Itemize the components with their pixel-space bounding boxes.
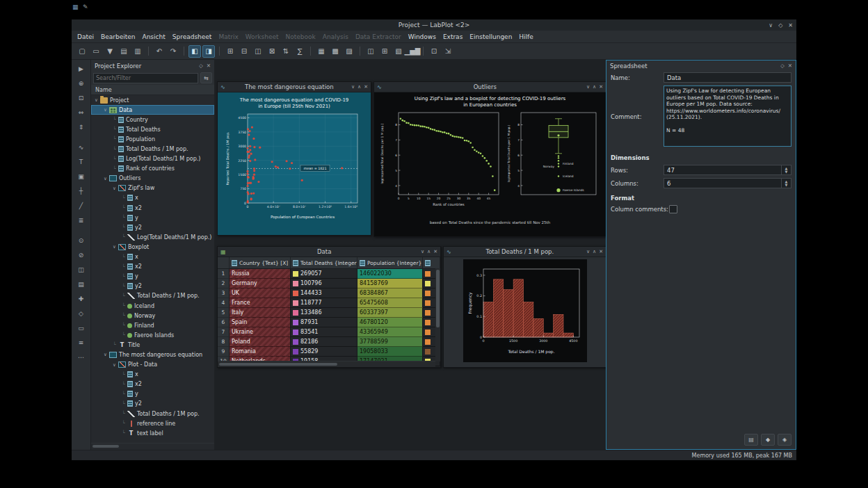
table-row-russia[interactable]: 1Russia269057146022030	[218, 269, 440, 279]
add-boxplot-icon[interactable]: ◫	[76, 264, 87, 275]
tree-item-outliers[interactable]: ∨Outliers	[91, 174, 214, 184]
cell-country[interactable]: Russia	[230, 269, 291, 279]
add-point-icon[interactable]: ✚	[76, 293, 87, 304]
crosshair-icon[interactable]: ⊕	[76, 78, 87, 89]
toggle-project-explorer-icon[interactable]: ◧	[188, 45, 201, 58]
cell-population[interactable]: 60337397	[357, 308, 423, 318]
insert-row-icon[interactable]: ⊞	[224, 45, 236, 58]
close-window-icon[interactable]: ✕	[364, 84, 368, 90]
tree-item-project[interactable]: ∨Project	[91, 95, 214, 105]
tree-item-boxplot[interactable]: ∨Boxplot	[91, 242, 214, 252]
spreadsheet-view-icon[interactable]: ▦	[315, 45, 328, 58]
column-header-population-integer-y[interactable]: Population {Integer} [Y]	[357, 257, 423, 268]
data-spreadsheet-window[interactable]: ▦ Data ∨ ∧ ✕ Country {Text} [X]Total Dea…	[217, 246, 441, 368]
shade-window-icon[interactable]: ∨	[586, 249, 590, 254]
tree-item-data[interactable]: ∨Data	[91, 105, 214, 115]
table-row-germany[interactable]: 2Germany10079684158769	[218, 279, 440, 288]
tree-item-faeroe-islands[interactable]: └Faeroe Islands	[91, 330, 214, 340]
outliers-window[interactable]: ∿ Outliers ∨ ∧ ✕ Using Zipf's law and a …	[373, 81, 606, 237]
cell-total-deaths[interactable]: 118777	[291, 298, 357, 308]
insert-column-icon[interactable]: ◫	[252, 45, 264, 58]
menu-item-bearbeiten[interactable]: Bearbeiten	[97, 33, 138, 40]
histogram-window[interactable]: ∿ Total Deaths / 1 M pop. ∨ ∧ ✕ 01500300…	[443, 246, 606, 368]
tree-item-iceland[interactable]: └Iceland	[91, 301, 214, 311]
float-panel-icon[interactable]: ◇	[780, 63, 785, 69]
tree-item-finland[interactable]: └Finland	[91, 320, 214, 330]
cell-country[interactable]: Spain	[230, 318, 291, 327]
add-axis-icon[interactable]: ┼	[76, 186, 87, 197]
tree-item-x[interactable]: └x	[91, 252, 214, 262]
tree-item-x2[interactable]: └x2	[91, 380, 214, 389]
data-titlebar[interactable]: ▦ Data ∨ ∧ ✕	[218, 247, 440, 257]
tree-item-total-deaths-1m-pop[interactable]: └Total Deaths / 1M pop.	[91, 291, 214, 301]
cell-population[interactable]: 65475608	[357, 298, 423, 308]
navigate-icon[interactable]: ▶	[76, 63, 87, 74]
split-view-icon[interactable]: ◫	[364, 45, 377, 58]
close-window-icon[interactable]: ✕	[599, 249, 603, 254]
cell-total-deaths[interactable]: 82186	[291, 337, 357, 347]
save-template-button[interactable]: ◆	[761, 434, 775, 446]
cell-country[interactable]: UK	[230, 288, 291, 298]
tree-item-log-total-deaths-1-m-pop[interactable]: └Log(Total Deaths/1 M pop.)	[91, 154, 214, 164]
cell-population[interactable]: 146022030	[357, 269, 423, 279]
close-panel-icon[interactable]: ✕	[788, 63, 792, 69]
matrix-view-icon[interactable]: ▩	[329, 45, 341, 58]
table-row-romania[interactable]: 9Romania5582919058033	[218, 347, 440, 357]
zoom-fit-icon[interactable]: ⊡	[428, 45, 440, 58]
add-rectangle-icon[interactable]: ▭	[76, 323, 87, 334]
save-file-icon[interactable]: ▼	[104, 45, 116, 58]
statistics-icon[interactable]: ∑	[294, 45, 306, 58]
tree-item-total-deaths[interactable]: └Total Deaths	[91, 124, 214, 134]
table-row-italy[interactable]: 5Italy13348660337397	[218, 308, 440, 318]
shade-window-icon[interactable]: ∨	[351, 84, 355, 90]
column-header-partial[interactable]	[423, 257, 440, 268]
tree-item-reference-line[interactable]: └reference line	[91, 418, 214, 428]
cell-total-deaths[interactable]: 55829	[291, 347, 357, 357]
float-panel-icon[interactable]: ◇	[199, 63, 203, 69]
menu-item-extras[interactable]: Extras	[440, 33, 466, 40]
close-window-icon[interactable]: ✕	[433, 249, 437, 254]
cell-population[interactable]: 68384867	[357, 288, 423, 298]
cell-population[interactable]: 84158769	[357, 279, 423, 288]
table-row-spain[interactable]: 6Spain8793146780120	[218, 318, 440, 327]
cell-total-deaths[interactable]: 133486	[291, 308, 357, 318]
add-histogram-icon[interactable]: ▤	[76, 279, 87, 290]
titlebar[interactable]: Project — LabPlot <2> ∨ ◇ ✕	[72, 19, 796, 31]
expander-icon[interactable]: ∨	[102, 352, 108, 357]
expander-icon[interactable]: ∨	[111, 244, 118, 250]
minimize-icon[interactable]: ∨	[769, 22, 773, 29]
workbook-view-icon[interactable]: ▨	[343, 45, 355, 58]
sort-icon[interactable]: ⇅	[280, 45, 292, 58]
column-header-country-text-x[interactable]: Country {Text} [X]	[230, 257, 291, 268]
add-shape-icon[interactable]: ◇	[76, 308, 87, 319]
table-horizontal-scrollbar[interactable]	[218, 361, 435, 367]
maximize-window-icon[interactable]: ∧	[357, 84, 361, 90]
remove-column-icon[interactable]: ⊠	[266, 45, 278, 58]
remove-row-icon[interactable]: ⊟	[238, 45, 250, 58]
add-plot-icon[interactable]: ∿	[76, 142, 87, 153]
cell-country[interactable]: Germany	[230, 279, 291, 288]
tree-item-y2[interactable]: └y2	[91, 282, 214, 291]
shade-window-icon[interactable]: ∨	[421, 249, 424, 254]
cell-total-deaths[interactable]: 269057	[291, 269, 357, 279]
zoom-y-icon[interactable]: ⇕	[76, 122, 87, 133]
cell-country[interactable]: France	[230, 298, 291, 308]
zoom-out-icon[interactable]: ⊘	[76, 250, 87, 261]
filter-options-button[interactable]: ⇆	[200, 72, 212, 83]
tree-item-title[interactable]: └TTitle	[91, 340, 214, 350]
search-input[interactable]	[93, 73, 198, 83]
cell-country[interactable]: Poland	[230, 337, 291, 347]
tree-item-the-most-dangerous-equation[interactable]: ∨The most dangerous equation	[91, 350, 214, 359]
tree-horizontal-scrollbar[interactable]	[91, 443, 214, 450]
cascade-windows-icon[interactable]: ▧	[392, 45, 405, 58]
tree-item-y2[interactable]: └y2	[91, 399, 214, 409]
print-preview-icon[interactable]: ▥	[131, 45, 144, 58]
name-field[interactable]	[664, 72, 791, 83]
cell-population[interactable]: 46780120	[357, 318, 423, 327]
close-icon[interactable]: ✕	[788, 22, 793, 29]
tree-item-rank-of-countries[interactable]: └Rank of countries	[91, 164, 214, 174]
open-file-icon[interactable]: ▭	[90, 45, 102, 58]
add-curve-icon[interactable]: ╱	[76, 200, 87, 211]
zoom-selection-icon[interactable]: ⊡	[76, 92, 87, 104]
expander-icon[interactable]: ∨	[111, 186, 118, 191]
